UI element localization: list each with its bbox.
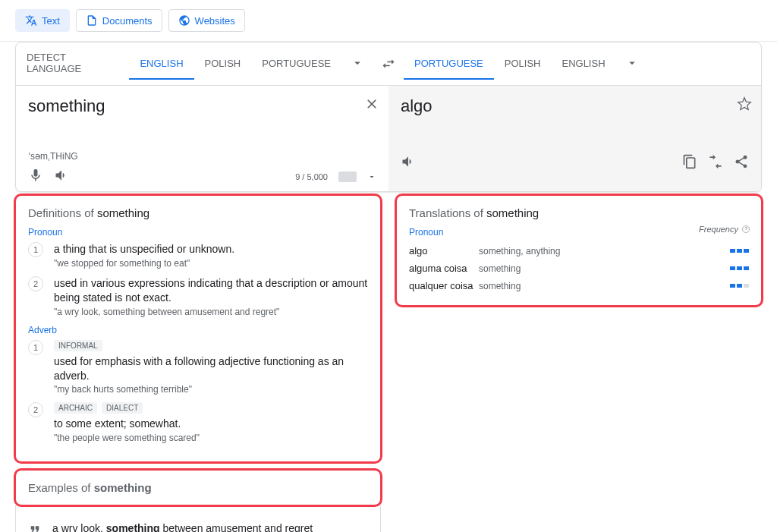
translation-reverse: something	[479, 281, 730, 291]
listen-tgt-button[interactable]	[401, 154, 416, 172]
example-row: a wry look, something between amusement …	[28, 516, 368, 532]
def-number: 2	[28, 402, 43, 417]
listen-src-button[interactable]	[54, 168, 69, 185]
translation-reverse: something	[479, 263, 730, 274]
def-number: 1	[28, 242, 43, 257]
copy-button[interactable]	[682, 154, 697, 172]
translate-icon	[25, 14, 37, 27]
translations-panel: Translations of something Frequency Pron…	[396, 195, 762, 306]
translation-word: qualquer coisa	[409, 280, 479, 291]
def-body: INFORMALused for emphasis with a followi…	[54, 340, 368, 395]
def-body: ARCHAICDIALECTto some extent; somewhat."…	[54, 402, 368, 443]
document-icon	[86, 14, 98, 27]
mic-button[interactable]	[28, 168, 43, 185]
trans-pos: Pronoun	[409, 227, 749, 238]
target-langs: PORTUGUESE POLISH ENGLISH	[404, 42, 761, 85]
chevron-down-icon[interactable]	[367, 172, 376, 181]
frequency-bars	[730, 284, 749, 288]
definition-row: 1INFORMALused for emphasis with a follow…	[28, 340, 368, 395]
def-tag: ARCHAIC	[54, 402, 97, 414]
panels-row: Definitions of something Pronoun1a thing…	[0, 192, 777, 532]
def-number: 1	[28, 340, 43, 355]
close-icon	[364, 96, 379, 112]
def-number: 2	[28, 276, 43, 291]
swap-languages[interactable]	[373, 42, 404, 85]
translation-row[interactable]: algosomething, anything	[409, 242, 749, 260]
lang-tgt-portuguese[interactable]: PORTUGUESE	[404, 49, 494, 80]
target-text: algo	[401, 96, 749, 148]
frequency-bars	[730, 249, 749, 253]
src-more-langs[interactable]	[341, 56, 373, 72]
tab-websites[interactable]: Websites	[168, 9, 245, 32]
pos-label: Adverb	[28, 325, 368, 335]
translation-row[interactable]: qualquer coisasomething	[409, 277, 749, 294]
chevron-down-icon	[625, 56, 639, 70]
translation-word: alguma coisa	[409, 263, 479, 274]
mode-tabs: Text Documents Websites	[0, 0, 777, 42]
definition-row: 1a thing that is unspecified or unknown.…	[28, 242, 368, 269]
def-text: a thing that is unspecified or unknown.	[54, 242, 368, 257]
example-text: a wry look, something between amusement …	[52, 522, 313, 532]
io-row: something ˈsəmˌTHiNG 9 / 5,000 algo	[16, 86, 761, 191]
definitions-panel: Definitions of something Pronoun1a thing…	[15, 195, 381, 462]
def-tag: DIALECT	[102, 402, 143, 414]
def-tag: INFORMAL	[54, 340, 102, 351]
feedback-button[interactable]	[708, 154, 723, 172]
phonetic: ˈsəmˌTHiNG	[28, 151, 376, 162]
clear-input[interactable]	[364, 96, 379, 114]
definitions-title: Definitions of something	[28, 206, 368, 219]
frequency-bars	[730, 266, 749, 270]
definition-row: 2used in various expressions indicating …	[28, 276, 368, 317]
def-body: a thing that is unspecified or unknown."…	[54, 242, 368, 269]
quote-icon	[28, 522, 42, 532]
lang-detect[interactable]: DETECT LANGUAGE	[16, 42, 129, 85]
right-column: Translations of something Frequency Pron…	[396, 195, 762, 306]
keyboard-button[interactable]	[338, 172, 357, 182]
swap-icon	[381, 56, 396, 71]
lang-src-english[interactable]: ENGLISH	[129, 49, 193, 80]
tab-documents-label: Documents	[102, 15, 153, 27]
share-button[interactable]	[734, 154, 749, 172]
mic-icon	[28, 168, 43, 183]
save-translation[interactable]	[737, 96, 752, 114]
def-example: "my back hurts something terrible"	[54, 384, 368, 395]
char-count: 9 / 5,000	[295, 172, 328, 181]
examples-panel: Examples of something	[15, 470, 381, 505]
translations-title: Translations of something	[409, 206, 749, 219]
tab-documents[interactable]: Documents	[76, 9, 162, 32]
def-body: used in various expressions indicating t…	[54, 276, 368, 317]
lang-src-polish[interactable]: POLISH	[194, 49, 252, 80]
tab-text-label: Text	[42, 15, 60, 27]
examples-list-panel: a wry look, something between amusement …	[15, 505, 381, 532]
globe-icon	[178, 14, 190, 27]
tgt-more-langs[interactable]	[616, 56, 648, 72]
language-row: DETECT LANGUAGE ENGLISH POLISH PORTUGUES…	[16, 42, 761, 86]
lang-tgt-english[interactable]: ENGLISH	[551, 49, 615, 80]
source-langs: DETECT LANGUAGE ENGLISH POLISH PORTUGUES…	[16, 42, 373, 85]
examples-title: Examples of something	[28, 481, 368, 494]
thumbs-icon	[708, 154, 723, 169]
lang-tgt-polish[interactable]: POLISH	[494, 49, 552, 80]
share-icon	[734, 154, 749, 169]
def-example: "we stopped for something to eat"	[54, 258, 368, 269]
def-example: "the people were something scared"	[54, 433, 368, 443]
definition-row: 2ARCHAICDIALECTto some extent; somewhat.…	[28, 402, 368, 443]
help-icon[interactable]	[741, 225, 750, 234]
left-column: Definitions of something Pronoun1a thing…	[15, 195, 381, 532]
source-text[interactable]: something	[28, 96, 376, 148]
tab-text[interactable]: Text	[15, 9, 70, 32]
target-pane: algo	[388, 86, 761, 191]
tab-websites-label: Websites	[195, 15, 235, 27]
source-pane: something ˈsəmˌTHiNG 9 / 5,000	[16, 86, 388, 191]
translate-card: DETECT LANGUAGE ENGLISH POLISH PORTUGUES…	[15, 42, 762, 192]
def-text: used in various expressions indicating t…	[54, 276, 368, 305]
frequency-label: Frequency	[699, 225, 750, 234]
lang-src-portuguese[interactable]: PORTUGUESE	[251, 49, 341, 80]
volume-icon	[54, 168, 69, 183]
def-text: to some extent; somewhat.	[54, 417, 368, 431]
source-controls: 9 / 5,000	[28, 168, 376, 185]
translation-row[interactable]: alguma coisasomething	[409, 260, 749, 277]
translation-reverse: something, anything	[479, 246, 730, 257]
def-text: used for emphasis with a following adjec…	[54, 354, 368, 383]
star-icon	[737, 96, 752, 112]
